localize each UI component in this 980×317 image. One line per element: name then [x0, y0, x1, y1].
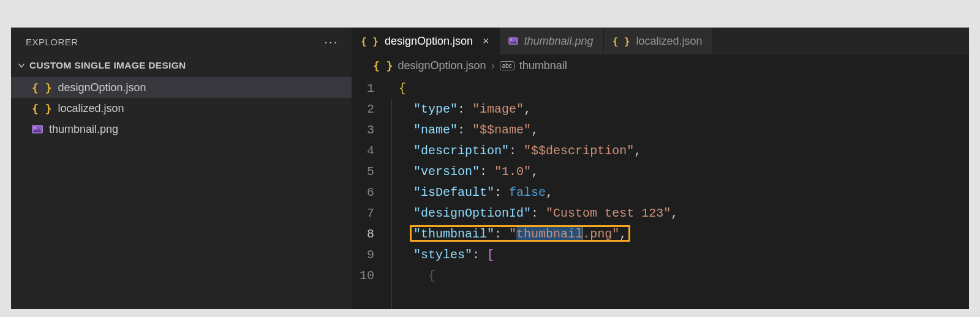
json-icon: { } — [612, 35, 630, 47]
explorer-header: EXPLORER ··· — [11, 28, 352, 56]
line-number: 5 — [352, 162, 374, 182]
line-number: 2 — [352, 99, 374, 120]
file-item-label: designOption.json — [58, 81, 146, 94]
image-icon — [32, 125, 43, 133]
line-number: 7 — [352, 203, 374, 224]
json-icon: { } — [32, 81, 52, 94]
file-item-label: thumbnail.png — [49, 123, 118, 136]
explorer-sidebar: EXPLORER ··· CUSTOM SINGLE IMAGE DESIGN … — [11, 28, 352, 309]
line-number-gutter: 1 2 3 4 5 6 7 8 9 10 — [352, 78, 388, 309]
file-list: { } designOption.json { } localized.json… — [11, 77, 352, 140]
code-line[interactable]: "isDefault": false, — [399, 182, 969, 203]
svg-point-3 — [510, 39, 512, 41]
breadcrumb-file: designOption.json — [398, 59, 486, 72]
tab-thumbnail[interactable]: thumbnail.png — [500, 28, 604, 54]
close-icon[interactable]: × — [483, 35, 489, 47]
tab-label: thumbnail.png — [524, 35, 594, 48]
tab-design-option[interactable]: { } designOption.json × — [352, 28, 500, 54]
line-number: 3 — [352, 120, 374, 141]
code-content[interactable]: { "type": "image", "name": "$$name", "de… — [388, 78, 969, 309]
text-selection: thumbnail — [516, 227, 582, 241]
json-icon: { } — [361, 35, 379, 47]
code-line[interactable]: "version": "1.0", — [399, 162, 969, 182]
breadcrumb-symbol: thumbnail — [519, 59, 567, 72]
explorer-title: EXPLORER — [26, 37, 78, 47]
code-line[interactable]: { — [399, 266, 969, 286]
code-line[interactable]: "type": "image", — [399, 99, 969, 120]
json-icon: { } — [373, 59, 393, 72]
explorer-more-icon[interactable]: ··· — [324, 35, 338, 49]
folder-section-header[interactable]: CUSTOM SINGLE IMAGE DESIGN — [11, 56, 352, 77]
breadcrumb[interactable]: { } designOption.json › abc thumbnail — [352, 54, 969, 78]
editor-area: { } designOption.json × thumbnail.png { … — [352, 28, 969, 309]
file-item-design-option[interactable]: { } designOption.json — [11, 77, 352, 98]
symbol-string-icon: abc — [500, 61, 514, 70]
brace-open: { — [399, 81, 406, 95]
line-number: 6 — [352, 182, 374, 203]
tab-label: localized.json — [636, 35, 703, 48]
json-icon: { } — [32, 102, 52, 115]
code-line[interactable]: { — [399, 78, 969, 99]
code-line[interactable]: "thumbnail": "thumbnail.png", — [399, 224, 969, 245]
file-item-thumbnail[interactable]: thumbnail.png — [11, 119, 352, 140]
app-window: EXPLORER ··· CUSTOM SINGLE IMAGE DESIGN … — [11, 28, 969, 309]
line-number: 4 — [352, 141, 374, 162]
code-editor[interactable]: 1 2 3 4 5 6 7 8 9 10 { "type": "image", … — [352, 78, 969, 309]
line-number: 1 — [352, 78, 374, 99]
code-line[interactable]: "description": "$$description", — [399, 141, 969, 162]
line-number: 10 — [352, 266, 374, 286]
image-icon — [508, 37, 518, 45]
tab-localized[interactable]: { } localized.json — [604, 28, 713, 54]
chevron-right-icon: › — [491, 59, 495, 72]
code-line[interactable]: "styles": [ — [399, 245, 969, 266]
tab-label: designOption.json — [385, 35, 473, 48]
file-item-localized[interactable]: { } localized.json — [11, 98, 352, 119]
file-item-label: localized.json — [58, 102, 124, 115]
line-number: 8 — [352, 224, 374, 245]
chevron-down-icon — [17, 61, 26, 70]
indent-guide — [391, 99, 392, 309]
line-number: 9 — [352, 245, 374, 266]
code-line[interactable]: "name": "$$name", — [399, 120, 969, 141]
svg-point-1 — [34, 127, 36, 129]
code-line[interactable]: "designOptionId": "Custom test 123", — [399, 203, 969, 224]
tab-bar: { } designOption.json × thumbnail.png { … — [352, 28, 969, 54]
folder-section-title: CUSTOM SINGLE IMAGE DESIGN — [29, 60, 186, 71]
